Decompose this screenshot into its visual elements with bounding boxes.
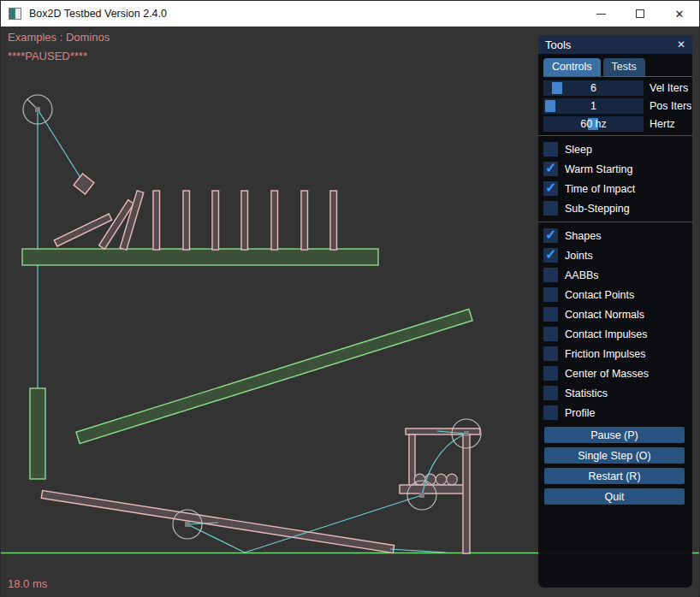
checkbox-icon	[543, 248, 558, 263]
cradle-ball-4[interactable]	[447, 474, 458, 485]
tools-close-icon[interactable]: ✕	[677, 38, 685, 50]
checkbox-icon	[543, 346, 558, 361]
cradle-ball-1[interactable]	[414, 474, 425, 485]
titlebar[interactable]: Box2D Testbed Version 2.4.0 ✕	[1, 1, 699, 27]
tab-controls[interactable]: Controls	[543, 58, 601, 76]
tools-panel-header[interactable]: Tools ✕	[538, 35, 692, 54]
maximize-button[interactable]	[620, 1, 660, 27]
cradle-right-post	[463, 434, 470, 553]
checkbox-sub-stepping[interactable]: Sub-Stepping	[543, 198, 692, 218]
hertz-slider[interactable]: 60 hz	[543, 116, 644, 132]
frame-time-label: 18.0 ms	[8, 577, 47, 590]
checkbox-icon	[543, 181, 558, 196]
checkbox-contact-normals[interactable]: Contact Normals	[543, 304, 692, 324]
tools-panel-title: Tools	[545, 38, 571, 51]
single-step-button[interactable]: Single Step (O)	[544, 447, 685, 464]
checkbox-time-of-impact[interactable]: Time of Impact	[543, 179, 692, 198]
pos-iters-slider[interactable]: 1	[543, 98, 644, 114]
app-icon	[9, 8, 21, 20]
pause-button[interactable]: Pause (P)	[544, 427, 685, 443]
app-window: Examples : Dominos ****PAUSED**** 18.0 m…	[0, 0, 700, 597]
checkbox-aabbs[interactable]: AABBs	[543, 265, 692, 285]
checkbox-icon	[543, 386, 558, 400]
domino-upright-3[interactable]	[212, 191, 219, 250]
pendulum-rope	[38, 109, 84, 183]
close-icon: ✕	[675, 8, 685, 21]
pulley-bottom-anchor	[419, 493, 424, 498]
slider-row-hertz: 60 hz Hertz	[543, 116, 692, 132]
vel-iters-value: 6	[543, 80, 644, 96]
checkbox-statistics[interactable]: Statistics	[543, 383, 692, 403]
domino-upright-1[interactable]	[153, 191, 160, 250]
paused-label: ****PAUSED****	[8, 50, 87, 62]
restart-button[interactable]: Restart (R)	[544, 468, 685, 484]
domino-upright-7[interactable]	[330, 191, 337, 250]
pos-iters-label: Pos Iters	[650, 100, 691, 112]
checkbox-icon	[543, 228, 558, 243]
maximize-icon	[636, 9, 644, 18]
domino-upright-6[interactable]	[301, 191, 308, 250]
checkbox-center-of-masses[interactable]: Center of Masses	[543, 364, 692, 383]
hanging-green-block[interactable]	[30, 388, 45, 479]
checkbox-sleep[interactable]: Sleep	[543, 139, 692, 159]
checkbox-icon	[543, 142, 558, 157]
checkbox-contact-impulses[interactable]: Contact Impulses	[543, 324, 692, 344]
domino-upright-4[interactable]	[241, 191, 248, 250]
checkbox-icon	[543, 162, 558, 176]
tools-panel: Tools ✕ Controls Tests 6 Vel Iters 1 Pos…	[538, 35, 692, 588]
close-button[interactable]: ✕	[660, 1, 699, 27]
slider-row-pos-iters: 1 Pos Iters	[543, 98, 692, 114]
vel-iters-label: Vel Iters	[650, 82, 688, 94]
domino-platform	[22, 249, 378, 265]
checkbox-friction-impulses[interactable]: Friction Impulses	[543, 344, 692, 364]
domino-upright-2[interactable]	[183, 191, 190, 250]
checkbox-icon	[543, 327, 558, 341]
cradle-ball-3[interactable]	[436, 474, 447, 485]
separator	[538, 135, 692, 136]
checkbox-profile[interactable]: Profile	[543, 403, 692, 423]
tabbar: Controls Tests	[543, 58, 692, 77]
checkbox-icon	[543, 366, 558, 381]
rope-bottom-segment	[390, 549, 446, 553]
quit-button[interactable]: Quit	[544, 488, 685, 505]
pulley-top-anchor	[464, 431, 469, 436]
minimize-icon	[596, 14, 606, 15]
checkbox-contact-points[interactable]: Contact Points	[543, 285, 692, 304]
inclined-plank	[76, 309, 472, 443]
checkbox-warm-starting[interactable]: Warm Starting	[543, 159, 692, 179]
checkbox-icon	[543, 201, 558, 216]
pendulum-box[interactable]	[74, 174, 94, 194]
tab-tests[interactable]: Tests	[603, 58, 645, 76]
seesaw-anchor	[185, 522, 190, 527]
example-label: Examples : Dominos	[8, 31, 110, 44]
window-title: Box2D Testbed Version 2.4.0	[29, 8, 167, 20]
pendulum-pivot-anchor	[35, 107, 40, 112]
minimize-button[interactable]	[581, 1, 620, 27]
checkbox-icon	[543, 307, 558, 322]
checkbox-icon	[543, 405, 558, 420]
domino-upright-5[interactable]	[271, 191, 278, 250]
hertz-label: Hertz	[650, 118, 675, 130]
hertz-value: 60 hz	[543, 116, 644, 132]
pos-iters-value: 1	[543, 98, 644, 114]
slider-row-vel-iters: 6 Vel Iters	[543, 80, 692, 96]
checkbox-icon	[543, 287, 558, 302]
separator	[538, 222, 692, 222]
checkbox-icon	[543, 268, 558, 282]
checkbox-joints[interactable]: Joints	[543, 245, 692, 265]
checkbox-shapes[interactable]: Shapes	[543, 226, 692, 245]
vel-iters-slider[interactable]: 6	[543, 80, 644, 96]
